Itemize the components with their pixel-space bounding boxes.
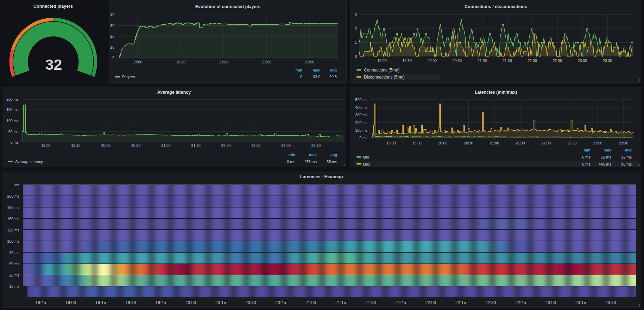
svg-text:21:00: 21:00 [161, 143, 170, 148]
svg-text:21:30: 21:30 [503, 58, 512, 63]
svg-text:120 ms: 120 ms [7, 228, 19, 232]
svg-text:29.5: 29.5 [329, 75, 337, 79]
svg-text:23:30: 23:30 [605, 300, 616, 305]
svg-text:40: 40 [110, 13, 114, 17]
svg-text:Min: Min [363, 155, 369, 159]
svg-text:445 ms: 445 ms [599, 162, 612, 166]
svg-text:22:30: 22:30 [553, 58, 562, 63]
svg-text:0: 0 [112, 56, 114, 60]
svg-text:min: min [288, 153, 295, 157]
svg-text:22:00: 22:00 [221, 143, 231, 148]
svg-text:150 ms: 150 ms [6, 107, 18, 112]
svg-text:23:00: 23:00 [281, 143, 290, 148]
svg-text:21:00: 21:00 [305, 300, 316, 305]
svg-text:22:00: 22:00 [542, 141, 551, 145]
svg-text:22:30: 22:30 [485, 300, 496, 305]
svg-text:19:30: 19:30 [412, 141, 422, 145]
svg-text:0 ms: 0 ms [582, 155, 591, 159]
svg-text:100 ms: 100 ms [7, 239, 19, 243]
svg-text:20:15: 20:15 [215, 300, 226, 305]
svg-text:35 ms: 35 ms [327, 160, 337, 164]
svg-text:21:30: 21:30 [191, 143, 201, 148]
svg-text:175 ms: 175 ms [304, 160, 317, 164]
svg-text:32: 32 [45, 56, 62, 73]
svg-text:20 ms: 20 ms [9, 273, 19, 277]
svg-text:23:00: 23:00 [545, 300, 556, 305]
svg-text:100 ms: 100 ms [355, 128, 367, 132]
svg-text:30: 30 [110, 24, 114, 28]
svg-text:52 ms: 52 ms [601, 155, 611, 159]
svg-text:100 ms: 100 ms [6, 119, 18, 123]
svg-text:+Inf: +Inf [13, 183, 19, 187]
svg-text:20:00: 20:00 [185, 300, 196, 305]
svg-text:19:00: 19:00 [65, 300, 76, 305]
svg-text:19:30: 19:30 [71, 143, 80, 148]
svg-text:Connections (5mn): Connections (5mn) [364, 68, 399, 73]
svg-text:Max: Max [363, 162, 370, 166]
svg-text:min: min [583, 148, 591, 152]
svg-text:200 ms: 200 ms [6, 97, 18, 101]
svg-text:20:45: 20:45 [276, 300, 286, 305]
svg-text:160 ms: 160 ms [7, 205, 19, 210]
svg-text:20:30: 20:30 [453, 58, 462, 63]
svg-text:22:30: 22:30 [251, 143, 260, 148]
svg-text:20:30: 20:30 [464, 141, 473, 145]
svg-text:200 ms: 200 ms [355, 120, 367, 125]
svg-text:400 ms: 400 ms [355, 105, 367, 110]
svg-text:0: 0 [355, 54, 357, 58]
svg-text:20:30: 20:30 [131, 143, 140, 148]
svg-text:12 ms: 12 ms [621, 155, 632, 159]
svg-text:18:45: 18:45 [36, 300, 46, 305]
svg-text:19:30: 19:30 [125, 300, 136, 305]
svg-text:max: max [604, 148, 612, 152]
svg-text:0 ms: 0 ms [359, 136, 367, 140]
svg-text:0 ms: 0 ms [11, 140, 19, 144]
svg-text:23:15: 23:15 [575, 300, 586, 305]
svg-text:22:45: 22:45 [516, 300, 526, 305]
svg-text:20: 20 [110, 34, 114, 38]
svg-text:avg: avg [625, 148, 632, 152]
svg-text:Players: Players [122, 75, 135, 79]
svg-text:23:00: 23:00 [305, 60, 314, 64]
svg-text:19:00: 19:00 [41, 143, 50, 148]
svg-text:22:30: 22:30 [567, 141, 576, 145]
svg-text:200 ms: 200 ms [7, 194, 19, 198]
svg-text:19:15: 19:15 [95, 300, 106, 305]
svg-text:21:00: 21:00 [478, 58, 487, 63]
svg-text:50 ms: 50 ms [8, 130, 19, 134]
svg-text:19:45: 19:45 [156, 300, 166, 305]
svg-text:150 ms: 150 ms [7, 217, 19, 221]
svg-text:19:00: 19:00 [377, 58, 386, 63]
svg-text:Disconnections (5mn): Disconnections (5mn) [364, 75, 405, 80]
svg-text:10 ms: 10 ms [9, 284, 19, 289]
svg-text:21:45: 21:45 [396, 300, 406, 305]
svg-text:21:00: 21:00 [219, 60, 228, 64]
svg-text:90 ms: 90 ms [621, 162, 632, 166]
svg-text:min: min [295, 68, 302, 72]
svg-text:21:30: 21:30 [365, 300, 376, 305]
svg-text:10: 10 [110, 45, 114, 49]
svg-text:max: max [312, 68, 321, 72]
svg-text:50 ms: 50 ms [9, 262, 19, 266]
svg-text:23:30: 23:30 [603, 58, 612, 63]
svg-text:19:00: 19:00 [386, 141, 396, 145]
svg-text:22:00: 22:00 [528, 58, 537, 63]
svg-text:23:30: 23:30 [311, 143, 321, 148]
svg-text:22:00: 22:00 [425, 300, 436, 305]
svg-text:1: 1 [355, 40, 357, 44]
svg-text:0: 0 [300, 75, 302, 79]
svg-text:avg: avg [330, 153, 337, 157]
svg-text:500 ms: 500 ms [355, 98, 367, 102]
svg-text:22:15: 22:15 [455, 300, 466, 305]
svg-text:22:00: 22:00 [262, 60, 271, 64]
svg-text:19:00: 19:00 [133, 60, 142, 64]
svg-text:21:30: 21:30 [516, 141, 525, 145]
svg-text:0 ms: 0 ms [582, 162, 591, 166]
svg-text:20:00: 20:00 [438, 141, 447, 145]
svg-text:Average latency: Average latency [15, 160, 43, 164]
svg-text:20:00: 20:00 [176, 60, 185, 64]
svg-text:33.0: 33.0 [313, 75, 320, 79]
svg-text:300 ms: 300 ms [355, 113, 367, 117]
svg-text:3: 3 [355, 13, 357, 17]
svg-text:23:00: 23:00 [578, 58, 587, 63]
